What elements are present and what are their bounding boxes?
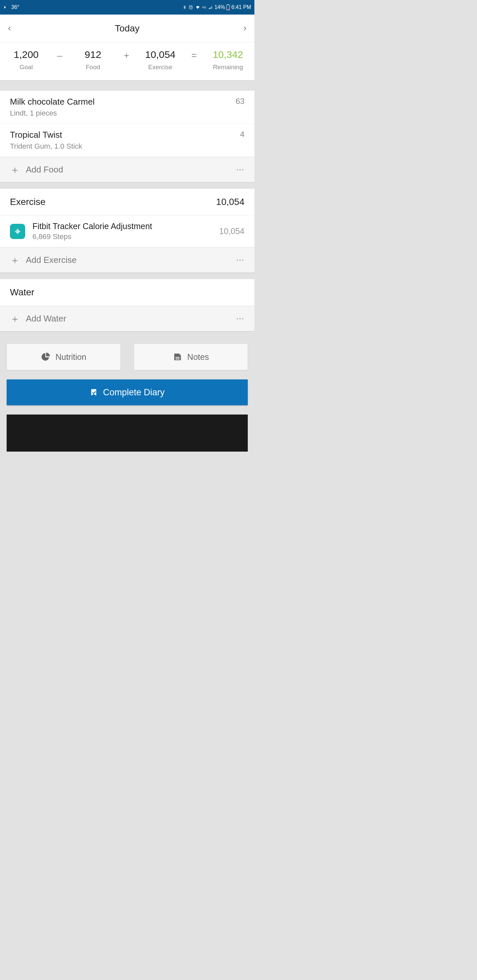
svg-point-11	[17, 232, 18, 233]
svg-point-16	[19, 231, 20, 232]
add-water-row: ＋ Add Water ●●●	[0, 306, 254, 332]
plus-icon: +	[124, 50, 129, 70]
next-day-button[interactable]	[242, 24, 248, 33]
battery-percentage: 14%	[214, 4, 225, 10]
svg-rect-2	[228, 4, 229, 5]
add-food-button[interactable]: ＋ Add Food	[10, 165, 63, 175]
svg-rect-18	[175, 359, 180, 360]
water-section-header[interactable]: Water	[0, 279, 254, 306]
wifi-icon	[195, 5, 201, 10]
svg-point-12	[17, 233, 18, 234]
status-time: 6:41 PM	[231, 4, 251, 10]
exercise-item[interactable]: Fitbit Tracker Calorie Adjustment 6,869 …	[0, 216, 254, 247]
summary-food: 912 Food	[78, 49, 108, 71]
food-desc: Trident Gum, 1.0 Stick	[10, 142, 82, 151]
svg-point-9	[17, 230, 18, 231]
summary-remaining: 10,342 Remaining	[213, 49, 243, 71]
bluetooth-icon	[182, 4, 187, 10]
signal-icon	[208, 5, 213, 10]
svg-point-15	[18, 232, 19, 233]
svg-point-5	[16, 230, 17, 231]
food-desc: Lindt, 1 pieces	[10, 109, 95, 118]
food-item[interactable]: Milk chocolate Carmel Lindt, 1 pieces 63	[0, 91, 254, 124]
equals-icon: =	[191, 50, 197, 70]
add-exercise-button[interactable]: ＋ Add Exercise	[10, 255, 77, 265]
plus-icon: ＋	[10, 314, 20, 324]
header-title[interactable]: Today	[115, 23, 140, 34]
alarm-icon	[188, 5, 193, 10]
bookmark-check-icon	[90, 387, 98, 397]
pie-chart-icon	[41, 352, 51, 362]
svg-point-7	[16, 232, 17, 233]
food-name: Tropical Twist	[10, 130, 82, 140]
more-icon[interactable]: ●●●	[237, 317, 245, 320]
add-exercise-row: ＋ Add Exercise ●●●	[0, 247, 254, 273]
food-name: Milk chocolate Carmel	[10, 97, 95, 107]
svg-point-6	[16, 231, 17, 232]
more-icon[interactable]: ●●●	[237, 168, 245, 171]
more-icon[interactable]: ●●●	[237, 259, 245, 262]
minus-icon: –	[57, 50, 62, 70]
nutrition-button[interactable]: Nutrition	[6, 344, 121, 370]
android-status-bar: 36° 4G 14% 6:41 PM	[0, 0, 254, 14]
summary-exercise: 10,054 Exercise	[145, 49, 175, 71]
exercise-section-header[interactable]: Exercise 10,054	[0, 189, 254, 216]
svg-rect-17	[175, 357, 180, 358]
vibrate-icon	[3, 4, 9, 10]
add-food-row: ＋ Add Food ●●●	[0, 157, 254, 183]
complete-diary-button[interactable]: Complete Diary	[6, 379, 248, 405]
exercise-calories: 10,054	[219, 226, 244, 236]
android-nav-bar	[6, 415, 248, 452]
note-icon	[172, 352, 182, 362]
food-item[interactable]: Tropical Twist Trident Gum, 1.0 Stick 4	[0, 124, 254, 157]
date-header: Today	[0, 14, 254, 42]
fitbit-icon	[10, 224, 25, 239]
prev-day-button[interactable]	[6, 24, 13, 33]
plus-icon: ＋	[10, 255, 20, 265]
exercise-name: Fitbit Tracker Calorie Adjustment	[32, 221, 212, 231]
exercise-total: 10,054	[216, 197, 244, 207]
svg-point-10	[17, 231, 18, 232]
network-label: 4G	[202, 6, 206, 9]
svg-point-8	[17, 229, 18, 230]
food-calories: 4	[240, 130, 244, 139]
food-calories: 63	[236, 97, 244, 106]
summary-goal: 1,200 Goal	[11, 49, 41, 71]
calorie-summary[interactable]: 1,200 Goal – 912 Food + 10,054 Exercise …	[0, 42, 254, 81]
battery-icon	[226, 4, 230, 10]
svg-point-13	[18, 230, 19, 231]
plus-icon: ＋	[10, 165, 20, 175]
svg-point-14	[18, 231, 19, 232]
exercise-desc: 6,869 Steps	[32, 232, 212, 241]
status-temperature: 36°	[11, 4, 19, 10]
svg-point-4	[15, 231, 16, 232]
svg-rect-3	[227, 9, 229, 10]
notes-button[interactable]: Notes	[134, 344, 248, 370]
add-water-button[interactable]: ＋ Add Water	[10, 313, 66, 324]
